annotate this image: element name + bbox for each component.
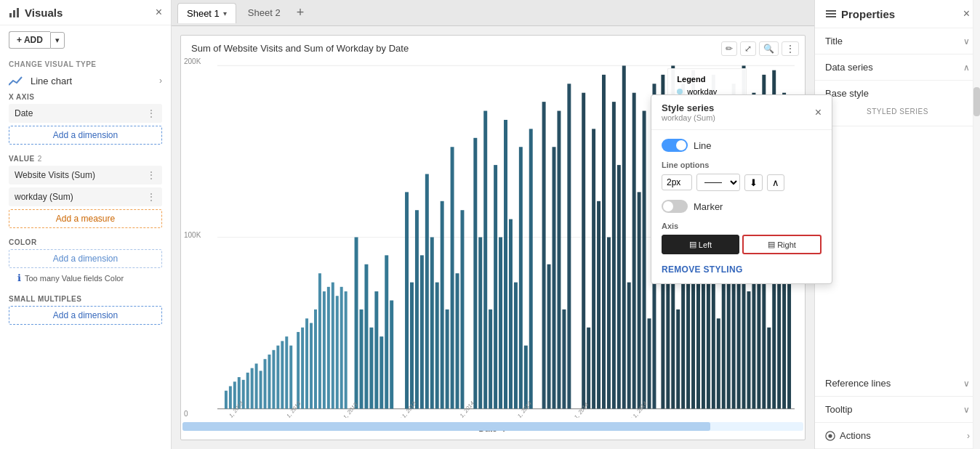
x-axis-label: X AXIS (9, 93, 162, 101)
visual-type-row[interactable]: Line chart › (0, 71, 171, 90)
tooltip-row[interactable]: Tooltip ∨ (815, 397, 980, 422)
svg-rect-14 (255, 363, 258, 408)
svg-text:Jul 1, 2014: Jul 1, 2014 (568, 400, 590, 418)
sheet1-tab[interactable]: Sheet 1 ▾ (177, 3, 236, 23)
add-arrow-button[interactable]: ▾ (50, 32, 65, 49)
marker-toggle[interactable] (662, 200, 688, 213)
svg-rect-52 (451, 147, 454, 408)
actions-row[interactable]: Actions › (815, 423, 980, 448)
chart-scrollbar[interactable] (182, 422, 803, 431)
svg-rect-61 (504, 120, 507, 409)
axis-right-button[interactable]: ▤ Right (742, 235, 822, 254)
svg-rect-72 (567, 84, 571, 408)
line-style-btn-2[interactable]: ∧ (767, 174, 784, 191)
data-series-section: Data series ∧ Base style STYLED SERIES (815, 54, 980, 126)
title-row[interactable]: Title ∨ (815, 28, 980, 54)
svg-rect-39 (374, 291, 378, 409)
website-visits-options[interactable]: ⋮ (146, 169, 156, 181)
popup-header: Style series workday (Sum) × (651, 95, 832, 130)
add-measure-button[interactable]: Add a measure (9, 209, 162, 228)
line-toggle[interactable] (662, 139, 688, 152)
svg-rect-34 (345, 291, 348, 409)
svg-rect-30 (327, 287, 330, 409)
close-sidebar-button[interactable]: × (156, 6, 162, 19)
line-style-dropdown[interactable]: —— - - - · · · (696, 174, 740, 191)
workday-options[interactable]: ⋮ (146, 191, 156, 203)
value-section: VALUE2 Website Visits (Sum) ⋮ workday (S… (0, 152, 171, 235)
website-visits-field[interactable]: Website Visits (Sum) ⋮ (9, 166, 162, 185)
svg-rect-71 (562, 310, 566, 409)
data-series-chevron-up-icon: ∧ (963, 62, 970, 73)
add-main-button[interactable]: + ADD (9, 31, 50, 49)
sheet2-tab[interactable]: Sheet 2 (239, 3, 289, 23)
date-field-pill[interactable]: Date ⋮ (9, 104, 162, 123)
add-sheet-button[interactable]: + (292, 5, 309, 20)
svg-rect-85 (643, 111, 646, 409)
line-style-btn-1[interactable]: ⬇ (744, 174, 763, 191)
data-series-row[interactable]: Data series ∧ (815, 54, 980, 80)
right-panel-scrollbar[interactable] (973, 0, 980, 449)
chart-title: Sum of Website Visits and Sum of Workday… (181, 36, 805, 54)
svg-rect-81 (622, 65, 626, 408)
svg-rect-78 (607, 238, 611, 409)
popup-close-button[interactable]: × (815, 106, 822, 119)
add-dimension-button[interactable]: Add a dimension (9, 126, 162, 145)
line-toggle-row: Line (662, 139, 822, 152)
svg-rect-45 (415, 210, 419, 408)
svg-rect-53 (456, 273, 459, 408)
svg-rect-40 (379, 336, 383, 408)
line-chart-icon (9, 75, 25, 86)
svg-rect-122 (826, 10, 836, 12)
svg-rect-76 (597, 201, 601, 409)
svg-rect-17 (268, 355, 270, 409)
svg-rect-65 (524, 346, 528, 409)
svg-rect-49 (435, 283, 439, 409)
svg-rect-48 (430, 238, 434, 409)
add-button-group: + ADD ▾ (9, 31, 162, 49)
reference-lines-chevron-down-icon: ∨ (963, 379, 970, 389)
left-sidebar: Visuals × + ADD ▾ CHANGE VISUAL TYPE Lin… (0, 0, 172, 449)
svg-rect-23 (297, 332, 300, 409)
svg-rect-70 (557, 111, 561, 409)
color-section: COLOR Add a dimension ℹ Too many Value f… (0, 235, 171, 292)
svg-rect-43 (405, 192, 409, 408)
svg-rect-82 (627, 283, 631, 409)
date-field-options[interactable]: ⋮ (146, 108, 156, 119)
svg-rect-20 (281, 341, 284, 408)
svg-rect-68 (547, 264, 551, 409)
right-panel: Properties × Title ∨ Data series ∧ Base … (814, 0, 980, 449)
title-chevron-down-icon: ∨ (963, 36, 970, 46)
actions-icon (825, 431, 835, 441)
style-series-popup: Style series workday (Sum) × Line Line o… (651, 94, 832, 284)
axis-left-button[interactable]: ▤ Left (662, 235, 739, 254)
svg-rect-12 (246, 373, 249, 409)
scrollbar-thumb[interactable] (182, 422, 710, 431)
svg-rect-38 (369, 328, 373, 409)
svg-rect-83 (632, 93, 636, 409)
sidebar-title: Visuals (9, 7, 63, 19)
workday-field[interactable]: workday (Sum) ⋮ (9, 187, 162, 206)
reference-lines-row[interactable]: Reference lines ∨ (815, 371, 980, 396)
add-color-dimension-button[interactable]: Add a dimension (9, 249, 162, 268)
px-input[interactable] (662, 174, 692, 190)
change-visual-type-label: CHANGE VISUAL TYPE (0, 54, 171, 71)
svg-rect-57 (483, 111, 487, 409)
svg-rect-67 (542, 102, 546, 408)
svg-rect-36 (360, 310, 364, 409)
y-axis-mid: 100K (184, 231, 201, 239)
remove-styling-button[interactable]: REMOVE STYLING (662, 264, 743, 275)
y-axis-bottom: 0 (184, 410, 188, 418)
svg-rect-27 (314, 310, 317, 409)
axis-options: ▤ Left ▤ Right (662, 235, 822, 254)
y-axis-top: 200K (184, 57, 201, 65)
sheet1-tab-dropdown[interactable]: ▾ (223, 9, 227, 17)
scrollbar-thumb[interactable] (973, 87, 980, 116)
close-properties-button[interactable]: × (963, 7, 970, 20)
add-small-multiples-button[interactable]: Add a dimension (9, 306, 162, 325)
svg-rect-95 (696, 273, 700, 408)
svg-rect-8 (229, 387, 232, 409)
svg-rect-31 (332, 283, 334, 409)
properties-header: Properties × (815, 0, 980, 28)
actions-section: Actions › (815, 423, 980, 449)
svg-rect-26 (310, 323, 313, 409)
